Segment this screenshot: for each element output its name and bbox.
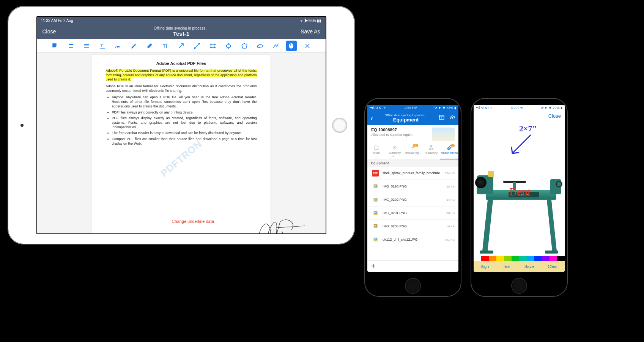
signature-icon[interactable] (113, 41, 123, 51)
tab-hierarchy[interactable]: Hierarchy (422, 145, 440, 159)
polyline-icon[interactable] (271, 41, 281, 51)
color-swatch[interactable] (481, 256, 489, 261)
clear-button[interactable]: Clear (548, 264, 557, 269)
svg-point-30 (394, 147, 395, 148)
rectangle-icon[interactable] (208, 41, 218, 51)
color-swatch[interactable] (474, 256, 481, 261)
equipment-header: EQ 10008897 Allocated to superior equipt (367, 125, 458, 143)
svg-point-13 (214, 44, 215, 44)
color-swatch[interactable] (512, 256, 519, 261)
bullet-list: Anyone, anywhere can open a PDF file. Al… (112, 95, 257, 146)
pen-icon[interactable] (129, 41, 139, 51)
annotation-toolbar: T T (37, 39, 326, 53)
close-button[interactable]: Close (548, 113, 561, 119)
attachment-row[interactable]: PDFshell_spirax_product_family_brochure.… (367, 167, 458, 180)
color-swatch[interactable] (489, 256, 496, 261)
pan-hand-icon[interactable] (286, 41, 297, 51)
attachment-row[interactable]: 🖼️IMG_0202.PNG34 KB (367, 193, 458, 206)
image-icon: 🖼️ (371, 222, 379, 230)
svg-point-15 (214, 47, 215, 48)
blue-arrow-annotation[interactable] (508, 132, 534, 159)
color-swatch[interactable] (542, 256, 550, 261)
line-icon[interactable] (192, 41, 202, 51)
svg-point-29 (393, 146, 396, 149)
attachment-row[interactable]: 🖼️IMG_0206.PNG19 KB (367, 220, 458, 233)
attachment-row[interactable]: 🖼️IMG_0198.PNG28 KB (367, 180, 458, 193)
image-annotate-canvas[interactable]: GENERAL 2×7" Bent (474, 121, 565, 256)
iphone1-screen: ••ıl AT&T ᯤ 2:52 PM ⟳ ➤ ✱ 73% ▮ ‹ Offlin… (367, 105, 458, 272)
red-text-annotation[interactable]: Change underline data (172, 219, 214, 224)
list-item: Compact PDF files are smaller than their… (112, 137, 257, 146)
eraser-icon[interactable] (144, 41, 155, 51)
note-icon[interactable] (50, 41, 60, 51)
image-icon: 🖼️ (371, 209, 379, 217)
svg-line-8 (195, 44, 199, 48)
ellipse-icon[interactable] (223, 41, 234, 51)
save-button[interactable]: Save (524, 264, 534, 269)
attachment-row[interactable]: 🖼️IMG_0201.PNG68 KB (367, 206, 458, 220)
tab-measuring[interactable]: 30Measuring... (404, 145, 422, 159)
image-icon: 🖼️ (371, 195, 379, 204)
color-swatch[interactable] (496, 256, 504, 261)
ipad-home-button[interactable] (332, 118, 347, 133)
strikethrough-icon[interactable] (81, 41, 92, 51)
color-swatch[interactable] (527, 256, 534, 261)
color-swatch[interactable] (557, 256, 565, 261)
time-label: 2:52 PM (405, 106, 417, 110)
equipment-id: EQ 10008897 (371, 128, 430, 132)
sync-status-text: Offline data syncing in process... (65, 26, 298, 30)
time-label: 3:00 PM (511, 106, 524, 110)
freetext-icon[interactable]: T (160, 41, 171, 51)
signature-annotation[interactable] (255, 214, 309, 233)
svg-point-19 (226, 45, 227, 46)
map-thumbnail[interactable] (432, 128, 455, 141)
svg-rect-32 (429, 149, 431, 150)
carrier-label: AT&T (375, 106, 383, 110)
close-button[interactable]: Close (43, 28, 65, 35)
document-viewport[interactable]: PDFTRON Adobe Acrobat PDF Files Adobe® P… (37, 53, 326, 233)
back-button[interactable]: ‹ (370, 114, 373, 123)
save-as-button[interactable]: Save As (298, 28, 320, 35)
color-swatch[interactable] (504, 256, 512, 261)
highlight-icon[interactable] (66, 41, 76, 51)
annotate-action-bar: Sign Text Save Clear (474, 261, 565, 272)
svg-rect-24 (439, 115, 444, 120)
svg-point-20 (230, 45, 231, 46)
layout-icon[interactable] (439, 114, 445, 122)
iphone1-navbar: ‹ Offline data syncing in proces... Equi… (367, 111, 458, 125)
attachment-row[interactable]: 🖼️ok112_drill_site12.JPG591 KB (367, 233, 458, 246)
svg-rect-31 (430, 146, 432, 147)
iphone2-home-button[interactable] (511, 278, 527, 294)
image-icon: 🖼️ (371, 235, 379, 244)
color-swatch[interactable] (534, 256, 542, 261)
sign-button[interactable]: Sign (480, 264, 489, 269)
svg-marker-21 (242, 43, 247, 48)
upload-cloud-icon[interactable] (449, 114, 455, 122)
svg-point-9 (194, 47, 195, 49)
underline-icon[interactable]: T (97, 41, 108, 51)
color-swatch[interactable] (550, 256, 557, 261)
pdf-icon: PDF (372, 170, 379, 177)
add-attachment-button[interactable]: + (367, 260, 458, 272)
red-text-annotation[interactable]: Bent (509, 185, 531, 198)
tab-structure[interactable]: cture (367, 145, 386, 159)
highlighted-paragraph: Adobe® Portable Document Format (PDF) is… (106, 69, 257, 82)
ipad-screen: 11:33 AM Fri 2 Aug ᯤ ➤ 95% ▮▮ Close Offl… (36, 16, 326, 234)
close-toolbar-icon[interactable] (302, 41, 313, 51)
arrow-icon[interactable] (176, 41, 186, 51)
cloud-icon[interactable] (255, 41, 265, 51)
svg-point-14 (210, 47, 211, 48)
ipad-camera (20, 124, 24, 127)
polygon-icon[interactable] (239, 41, 250, 51)
svg-rect-33 (432, 149, 433, 150)
attachments-list[interactable]: PDFshell_spirax_product_family_brochure.… (367, 167, 458, 260)
tab-warranty[interactable]: Warranty an... (386, 145, 404, 159)
tab-attachments[interactable]: 0Attachments (440, 145, 458, 159)
page-heading: Adobe Acrobat PDF Files (106, 61, 257, 66)
document-page: PDFTRON Adobe Acrobat PDF Files Adobe® P… (92, 55, 271, 233)
text-button[interactable]: Text (503, 264, 510, 269)
svg-point-10 (198, 43, 200, 44)
iphone1-home-button[interactable] (405, 278, 421, 294)
color-swatch[interactable] (519, 256, 527, 261)
list-item: The free Acrobat Reader is easy to downl… (112, 131, 257, 136)
